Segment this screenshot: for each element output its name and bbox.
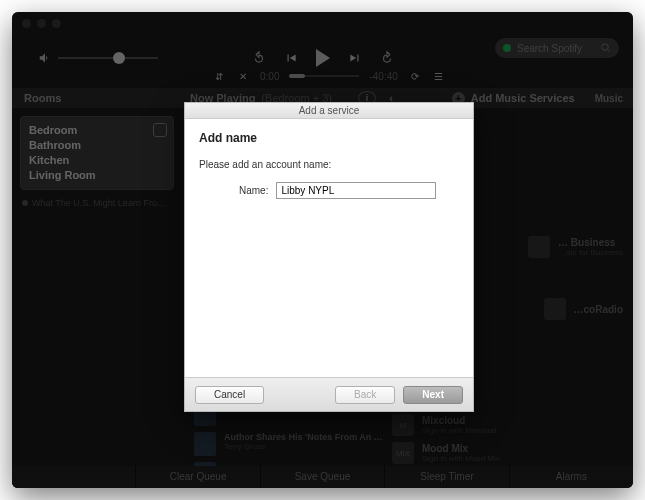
volume-icon (38, 51, 52, 65)
room-item[interactable]: Bathroom (29, 138, 165, 153)
replay-15-icon[interactable] (252, 51, 266, 65)
service-thumb-icon (544, 298, 566, 320)
volume-control[interactable] (38, 51, 158, 65)
remaining-time: -40:40 (369, 71, 397, 82)
search-placeholder: Search Spotify (517, 43, 600, 54)
room-group[interactable]: Bedroom Bathroom Kitchen Living Room (20, 116, 174, 190)
window-controls (22, 19, 61, 28)
add-services-label: Add Music Services (471, 92, 575, 104)
service-item[interactable]: … Business…dio for Business (528, 236, 623, 258)
clear-queue-button[interactable]: Clear Queue (135, 466, 259, 488)
zoom-window-icon[interactable] (52, 19, 61, 28)
service-thumb-icon (528, 236, 550, 258)
rooms-panel: Bedroom Bathroom Kitchen Living Room Wha… (12, 108, 182, 488)
modal-instruction: Please add an account name: (199, 159, 459, 170)
now-playing-hint: What The U.S. Might Learn From Chi… (22, 198, 172, 208)
room-item[interactable]: Kitchen (29, 153, 165, 168)
svg-point-0 (602, 43, 608, 49)
next-track-icon[interactable] (348, 51, 362, 65)
service-thumb-icon: MIX (392, 442, 414, 464)
name-label: Name: (239, 185, 268, 196)
music-tab[interactable]: Music (595, 93, 623, 104)
next-button[interactable]: Next (403, 386, 463, 404)
sleep-timer-button[interactable]: Sleep Timer (384, 466, 508, 488)
progress-bar-row: ⇵ ✕ 0:00 -40:40 ⟳ ☰ (212, 67, 619, 85)
name-field-row: Name: (199, 182, 459, 199)
service-item[interactable]: …coRadio (544, 298, 623, 320)
crossfade-icon[interactable]: ⇵ (212, 69, 226, 83)
back-button[interactable]: Back (335, 386, 395, 404)
app-window: Search Spotify ⇵ ✕ 0:00 -40:40 ⟳ ☰ Rooms… (12, 12, 633, 488)
shuffle-icon[interactable]: ✕ (236, 69, 250, 83)
forward-30-icon[interactable] (380, 51, 394, 65)
search-icon (600, 42, 611, 55)
minimize-window-icon[interactable] (37, 19, 46, 28)
track-thumb-icon (194, 432, 216, 456)
modal-body: Add name Please add an account name: Nam… (185, 119, 473, 377)
elapsed-time: 0:00 (260, 71, 279, 82)
queue-item[interactable]: Author Shares His 'Notes From An Apocal…… (194, 432, 384, 456)
bottom-bar: Clear Queue Save Queue Sleep Timer Alarm… (12, 466, 633, 488)
service-item[interactable]: M MixcloudSign in with Mixcloud (392, 414, 497, 436)
playing-dot-icon (22, 200, 28, 206)
add-service-modal: Add a service Add name Please add an acc… (184, 102, 474, 412)
close-window-icon[interactable] (22, 19, 31, 28)
queue-icon[interactable]: ☰ (432, 69, 446, 83)
prev-track-icon[interactable] (284, 51, 298, 65)
group-tag-icon[interactable] (153, 123, 167, 137)
rooms-header: Rooms (12, 88, 182, 108)
playback-controls (252, 49, 394, 67)
play-icon[interactable] (316, 49, 330, 67)
bottom-cell-spacer (12, 466, 135, 488)
repeat-icon[interactable]: ⟳ (408, 69, 422, 83)
save-queue-button[interactable]: Save Queue (260, 466, 384, 488)
cancel-button[interactable]: Cancel (195, 386, 264, 404)
modal-heading: Add name (199, 131, 459, 145)
service-thumb-icon: M (392, 414, 414, 436)
name-input[interactable] (276, 182, 436, 199)
modal-title: Add a service (185, 103, 473, 119)
room-item[interactable]: Living Room (29, 168, 165, 183)
volume-slider[interactable] (58, 57, 158, 59)
progress-slider[interactable] (289, 75, 359, 77)
room-item[interactable]: Bedroom (29, 123, 165, 138)
service-item[interactable]: MIX Mood MixSign in with Mood Mix (392, 442, 500, 464)
search-input[interactable]: Search Spotify (495, 38, 619, 58)
spotify-indicator-icon (503, 44, 511, 52)
alarms-button[interactable]: Alarms (509, 466, 633, 488)
modal-footer: Cancel Back Next (185, 377, 473, 411)
